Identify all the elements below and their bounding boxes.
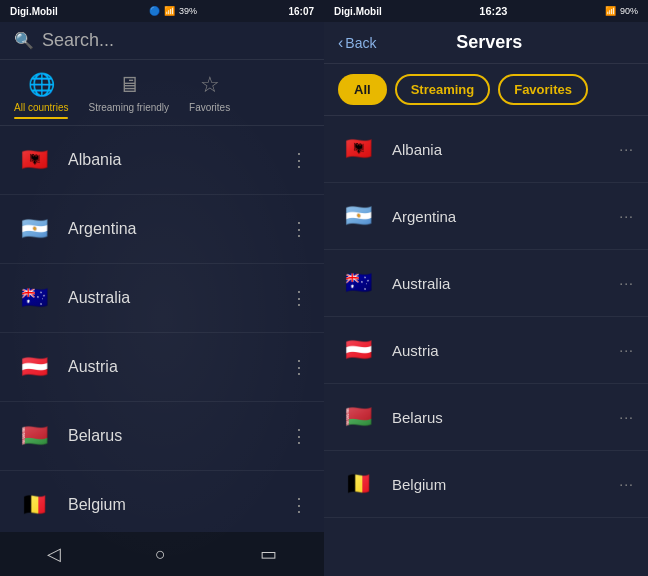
search-bar[interactable]: 🔍 Search... <box>0 22 324 60</box>
flag-argentina: 🇦🇷 <box>14 209 54 249</box>
wifi-icon: 📶 <box>164 6 175 16</box>
tab-favorites-label: Favorites <box>189 102 230 113</box>
more-dots-albania[interactable]: ⋮ <box>290 149 310 171</box>
server-name-belarus: Belarus <box>392 409 619 426</box>
globe-icon: 🌐 <box>28 72 55 98</box>
search-placeholder[interactable]: Search... <box>42 30 114 51</box>
server-more-belgium[interactable]: ··· <box>619 476 634 492</box>
server-row-austria[interactable]: 🇦🇹 Austria ··· <box>324 317 648 384</box>
tab-favorites[interactable]: ☆ Favorites <box>189 72 230 119</box>
tab-streaming-label: Streaming friendly <box>88 102 169 113</box>
server-name-argentina: Argentina <box>392 208 619 225</box>
country-row-belgium[interactable]: 🇧🇪 Belgium ⋮ <box>0 471 324 532</box>
left-time: 16:07 <box>288 6 314 17</box>
back-nav-button[interactable]: ◁ <box>27 537 81 571</box>
flag-belgium: 🇧🇪 <box>14 485 54 525</box>
server-list: 🇦🇱 Albania ··· 🇦🇷 Argentina ··· 🇦🇺 Austr… <box>324 116 648 576</box>
server-flag-australia: 🇦🇺 <box>338 263 378 303</box>
server-flag-argentina: 🇦🇷 <box>338 196 378 236</box>
country-row-belarus[interactable]: 🇧🇾 Belarus ⋮ <box>0 402 324 471</box>
flag-belarus: 🇧🇾 <box>14 416 54 456</box>
country-row-austria[interactable]: 🇦🇹 Austria ⋮ <box>0 333 324 402</box>
flag-australia: 🇦🇺 <box>14 278 54 318</box>
server-row-belarus[interactable]: 🇧🇾 Belarus ··· <box>324 384 648 451</box>
filter-tabs: All Streaming Favorites <box>324 64 648 116</box>
right-signal-icon: 📶 <box>605 6 616 16</box>
more-dots-austria[interactable]: ⋮ <box>290 356 310 378</box>
more-dots-belarus[interactable]: ⋮ <box>290 425 310 447</box>
filter-tab-streaming[interactable]: Streaming <box>395 74 491 105</box>
country-name-argentina: Argentina <box>68 220 290 238</box>
tab-all-countries[interactable]: 🌐 All countries <box>14 72 68 119</box>
right-battery-icon: 90% <box>620 6 638 16</box>
right-time: 16:23 <box>479 5 507 17</box>
country-row-argentina[interactable]: 🇦🇷 Argentina ⋮ <box>0 195 324 264</box>
chevron-left-icon: ‹ <box>338 34 343 52</box>
filter-tab-favorites[interactable]: Favorites <box>498 74 588 105</box>
more-dots-belgium[interactable]: ⋮ <box>290 494 310 516</box>
server-name-belgium: Belgium <box>392 476 619 493</box>
bluetooth-icon: 🔵 <box>149 6 160 16</box>
server-name-austria: Austria <box>392 342 619 359</box>
server-row-australia[interactable]: 🇦🇺 Australia ··· <box>324 250 648 317</box>
server-more-austria[interactable]: ··· <box>619 342 634 358</box>
monitor-icon: 🖥 <box>118 72 140 98</box>
server-row-albania[interactable]: 🇦🇱 Albania ··· <box>324 116 648 183</box>
left-tabs: 🌐 All countries 🖥 Streaming friendly ☆ F… <box>0 60 324 126</box>
tab-all-countries-label: All countries <box>14 102 68 113</box>
back-button[interactable]: ‹ Back <box>338 34 376 52</box>
more-dots-australia[interactable]: ⋮ <box>290 287 310 309</box>
server-name-albania: Albania <box>392 141 619 158</box>
server-row-argentina[interactable]: 🇦🇷 Argentina ··· <box>324 183 648 250</box>
left-panel: Digi.Mobil 🔵 📶 39% 16:07 🔍 Search... 🌐 A… <box>0 0 324 576</box>
search-icon: 🔍 <box>14 31 34 50</box>
tab-streaming-friendly[interactable]: 🖥 Streaming friendly <box>88 72 169 119</box>
server-flag-albania: 🇦🇱 <box>338 129 378 169</box>
country-name-albania: Albania <box>68 151 290 169</box>
flag-albania: 🇦🇱 <box>14 140 54 180</box>
right-header: ‹ Back Servers <box>324 22 648 64</box>
star-icon: ☆ <box>200 72 220 98</box>
server-flag-belarus: 🇧🇾 <box>338 397 378 437</box>
server-more-belarus[interactable]: ··· <box>619 409 634 425</box>
server-more-australia[interactable]: ··· <box>619 275 634 291</box>
country-row-albania[interactable]: 🇦🇱 Albania ⋮ <box>0 126 324 195</box>
recents-nav-button[interactable]: ▭ <box>240 537 297 571</box>
page-title: Servers <box>456 32 522 53</box>
nav-bar: ◁ ○ ▭ <box>0 532 324 576</box>
server-more-argentina[interactable]: ··· <box>619 208 634 224</box>
battery-icon: 39% <box>179 6 197 16</box>
more-dots-argentina[interactable]: ⋮ <box>290 218 310 240</box>
home-nav-button[interactable]: ○ <box>135 538 186 571</box>
country-name-australia: Australia <box>68 289 290 307</box>
server-name-australia: Australia <box>392 275 619 292</box>
country-name-austria: Austria <box>68 358 290 376</box>
server-row-belgium[interactable]: 🇧🇪 Belgium ··· <box>324 451 648 518</box>
country-row-australia[interactable]: 🇦🇺 Australia ⋮ <box>0 264 324 333</box>
left-status-bar: Digi.Mobil 🔵 📶 39% 16:07 <box>0 0 324 22</box>
flag-austria: 🇦🇹 <box>14 347 54 387</box>
left-status-icons: 🔵 📶 39% <box>149 6 197 16</box>
server-flag-austria: 🇦🇹 <box>338 330 378 370</box>
right-status-icons: 📶 90% <box>605 6 638 16</box>
country-name-belarus: Belarus <box>68 427 290 445</box>
filter-tab-all[interactable]: All <box>338 74 387 105</box>
right-carrier: Digi.Mobil <box>334 6 382 17</box>
right-panel: Digi.Mobil 16:23 📶 90% ‹ Back Servers Al… <box>324 0 648 576</box>
country-list: 🇦🇱 Albania ⋮ 🇦🇷 Argentina ⋮ 🇦🇺 Australia… <box>0 126 324 532</box>
left-carrier: Digi.Mobil <box>10 6 58 17</box>
server-more-albania[interactable]: ··· <box>619 141 634 157</box>
right-status-bar: Digi.Mobil 16:23 📶 90% <box>324 0 648 22</box>
country-name-belgium: Belgium <box>68 496 290 514</box>
back-label: Back <box>345 35 376 51</box>
server-flag-belgium: 🇧🇪 <box>338 464 378 504</box>
